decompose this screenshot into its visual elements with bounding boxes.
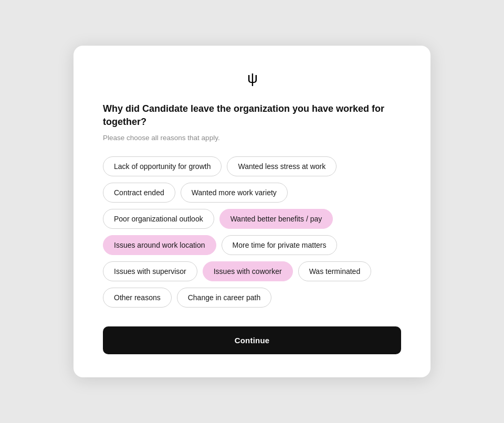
option-chip-poor_outlook[interactable]: Poor organizational outlook (103, 209, 214, 229)
options-row-4: Issues with supervisorIssues with cowork… (103, 261, 401, 281)
option-chip-work_location[interactable]: Issues around work location (103, 235, 216, 255)
option-chip-career_path[interactable]: Change in career path (177, 288, 272, 308)
option-chip-private_matters[interactable]: More time for private matters (222, 235, 338, 255)
options-grid: Lack of opportunity for growthWanted les… (103, 156, 401, 308)
options-row-0: Lack of opportunity for growthWanted les… (103, 156, 401, 176)
option-chip-coworker[interactable]: Issues with coworker (203, 261, 293, 281)
option-chip-more_variety[interactable]: Wanted more work variety (181, 183, 288, 203)
option-chip-terminated[interactable]: Was terminated (298, 261, 372, 281)
option-chip-supervisor[interactable]: Issues with supervisor (103, 261, 197, 281)
options-row-2: Poor organizational outlookWanted better… (103, 209, 401, 229)
option-chip-other[interactable]: Other reasons (103, 288, 172, 308)
option-chip-contract_ended[interactable]: Contract ended (103, 183, 175, 203)
question-subtitle: Please choose all reasons that apply. (103, 134, 401, 142)
options-row-3: Issues around work locationMore time for… (103, 235, 401, 255)
modal: ψ Why did Candidate leave the organizati… (74, 46, 430, 377)
logo-area: ψ (103, 71, 401, 86)
option-chip-lack_opportunity[interactable]: Lack of opportunity for growth (103, 156, 222, 176)
options-row-5: Other reasonsChange in career path (103, 288, 401, 308)
option-chip-better_benefits[interactable]: Wanted better benefits / pay (219, 209, 333, 229)
continue-button[interactable]: Continue (103, 326, 401, 354)
option-chip-less_stress[interactable]: Wanted less stress at work (227, 156, 337, 176)
question-title: Why did Candidate leave the organization… (103, 102, 401, 129)
logo-icon: ψ (247, 71, 257, 86)
options-row-1: Contract endedWanted more work variety (103, 183, 401, 203)
